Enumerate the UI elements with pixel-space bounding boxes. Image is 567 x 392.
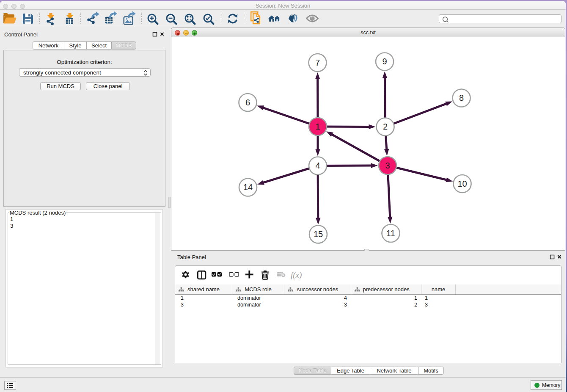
svg-text:4: 4 xyxy=(315,161,320,170)
svg-text:9: 9 xyxy=(382,57,387,66)
svg-text:11: 11 xyxy=(386,229,395,238)
svg-text:3: 3 xyxy=(385,161,390,170)
svg-text:1: 1 xyxy=(315,122,320,131)
svg-text:6: 6 xyxy=(245,98,250,107)
svg-text:10: 10 xyxy=(457,179,467,188)
svg-text:7: 7 xyxy=(315,58,319,67)
svg-text:f(x): f(x) xyxy=(291,271,302,280)
svg-text:2: 2 xyxy=(383,122,387,131)
svg-text:8: 8 xyxy=(459,93,463,102)
svg-text:14: 14 xyxy=(243,182,252,192)
svg-text:15: 15 xyxy=(313,229,322,239)
